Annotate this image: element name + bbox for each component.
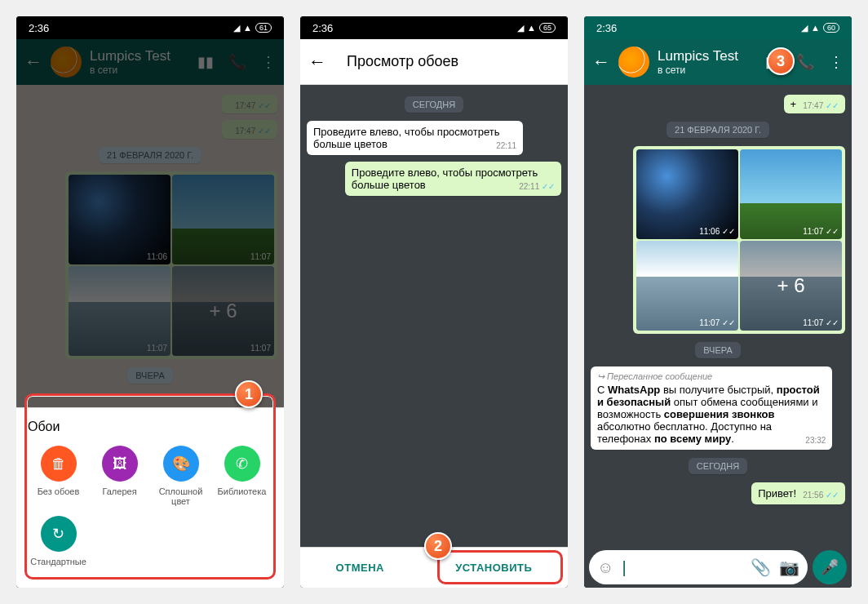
contact-name: Lumpics Test	[90, 48, 189, 64]
callout-1: 1	[235, 380, 263, 408]
back-arrow-icon[interactable]: ←	[592, 51, 610, 73]
forwarded-message[interactable]: Пересланное сообщение С WhatsApp вы полу…	[591, 366, 832, 450]
input-bar: ☺ | 📎 📷 🎤	[584, 547, 852, 588]
msg-time: 17:47	[235, 101, 271, 110]
rich-text: С WhatsApp вы получите быстрый, простой …	[597, 384, 820, 445]
signal-icon	[517, 23, 524, 33]
date-chip: ВЧЕРА	[127, 367, 172, 384]
battery-icon: 60	[823, 23, 839, 33]
voice-call-icon[interactable]: 📞	[796, 53, 814, 71]
preview-title: Просмотр обоев	[347, 53, 458, 70]
msg-time: 17:47	[803, 101, 839, 110]
wifi-icon	[243, 23, 252, 33]
attach-icon[interactable]: 📎	[751, 557, 771, 577]
chat-body[interactable]: +17:47 21 ФЕВРАЛЯ 2020 Г. 11:06 ✓✓ 11:07…	[584, 85, 852, 547]
status-time: 2:36	[312, 22, 333, 34]
status-time: 2:36	[29, 22, 49, 34]
video-call-icon[interactable]: ▮▮	[197, 53, 214, 71]
media-grid[interactable]: 11:06 ✓✓ 11:07 ✓✓ 11:07 ✓✓ + 611:07 ✓✓	[633, 146, 845, 334]
phone-2: 2:36 65 ← Просмотр обоев СЕГОДНЯ Проведи…	[300, 16, 568, 588]
chat-header: ← Lumpics Test в сети ▮▮ 📞 ⋮	[16, 39, 284, 85]
message-out[interactable]: 17:47	[222, 95, 277, 113]
preview-msg-out: Проведите влево, чтобы просмотреть больш…	[345, 162, 561, 196]
message-out[interactable]: 17:47	[222, 120, 277, 139]
date-chip: ВЧЕРА	[695, 342, 740, 358]
media-cell[interactable]: 11:07	[69, 266, 170, 356]
media-cell[interactable]: + 611:07 ✓✓	[740, 241, 842, 331]
date-chip: 21 ФЕВРАЛЯ 2020 Г.	[99, 147, 202, 163]
media-cell[interactable]: + 611:07	[172, 266, 274, 356]
mic-button[interactable]: 🎤	[813, 550, 847, 584]
wifi-icon	[527, 23, 536, 33]
msg-time: 22:11	[519, 182, 555, 191]
status-bar: 2:36 60	[584, 16, 852, 39]
callout-3: 3	[767, 47, 795, 75]
back-arrow-icon[interactable]: ←	[308, 51, 326, 73]
battery-icon: 65	[539, 23, 556, 33]
contact-name: Lumpics Test	[658, 48, 757, 64]
status-icons: 61	[233, 23, 272, 33]
phone-3: 2:36 60 ← Lumpics Test в сети ▮▮ 📞 ⋮ +17…	[584, 16, 852, 588]
camera-icon[interactable]: 📷	[779, 557, 799, 577]
media-cell[interactable]: 11:07 ✓✓	[636, 241, 738, 331]
message-out[interactable]: Привет!21:56	[751, 482, 845, 504]
msg-time: 21:56	[803, 491, 839, 500]
date-chip: СЕГОДНЯ	[689, 458, 747, 474]
contact-info[interactable]: Lumpics Test в сети	[658, 48, 757, 76]
msg-time: 17:47	[235, 127, 271, 135]
header-actions: ▮▮ 📞 ⋮	[197, 53, 276, 71]
menu-icon[interactable]: ⋮	[261, 53, 276, 71]
forwarded-label: Пересланное сообщение	[597, 371, 826, 382]
chat-header: ← Lumpics Test в сети ▮▮ 📞 ⋮	[584, 39, 852, 85]
status-time: 2:36	[596, 22, 617, 34]
signal-icon	[233, 23, 240, 33]
preview-msg-in: Проведите влево, чтобы просмотреть больш…	[307, 121, 523, 155]
media-grid[interactable]: 11:06 11:07 11:07 + 611:07	[65, 171, 277, 359]
signal-icon	[801, 23, 808, 33]
status-bar: 2:36 65	[300, 16, 568, 39]
emoji-icon[interactable]: ☺	[597, 558, 613, 577]
contact-status: в сети	[90, 64, 189, 76]
wifi-icon	[811, 23, 820, 33]
contact-status: в сети	[658, 64, 757, 76]
media-cell[interactable]: 11:06 ✓✓	[636, 149, 738, 239]
message-input[interactable]: ☺ | 📎 📷	[589, 550, 808, 584]
phone-1: 2:36 61 ← Lumpics Test в сети ▮▮ 📞 ⋮ 17:…	[16, 16, 284, 588]
back-arrow-icon[interactable]: ←	[24, 51, 42, 73]
status-icons: 60	[801, 23, 839, 33]
media-cell[interactable]: 11:07 ✓✓	[740, 149, 842, 239]
avatar[interactable]	[51, 47, 82, 78]
msg-time: 23:32	[805, 436, 826, 445]
highlight-box-2	[437, 550, 563, 584]
avatar[interactable]	[618, 47, 649, 78]
media-cell[interactable]: 11:07	[172, 175, 274, 264]
text-cursor[interactable]: |	[622, 558, 742, 577]
msg-time: 22:11	[496, 141, 516, 150]
preview-header: ← Просмотр обоев	[300, 39, 568, 85]
voice-call-icon[interactable]: 📞	[228, 53, 246, 71]
status-bar: 2:36 61	[16, 16, 284, 39]
menu-icon[interactable]: ⋮	[829, 53, 844, 71]
media-cell[interactable]: 11:06	[69, 175, 170, 264]
cancel-button[interactable]: ОТМЕНА	[320, 553, 401, 582]
status-icons: 65	[517, 23, 556, 33]
highlight-box-1	[24, 393, 276, 580]
contact-info[interactable]: Lumpics Test в сети	[90, 48, 189, 76]
date-chip: 21 ФЕВРАЛЯ 2020 Г.	[666, 122, 769, 138]
date-chip: СЕГОДНЯ	[405, 96, 463, 113]
battery-icon: 61	[255, 23, 272, 33]
message-out[interactable]: +17:47	[784, 95, 845, 113]
preview-body: СЕГОДНЯ Проведите влево, чтобы просмотре…	[300, 85, 568, 547]
callout-2: 2	[424, 532, 452, 560]
